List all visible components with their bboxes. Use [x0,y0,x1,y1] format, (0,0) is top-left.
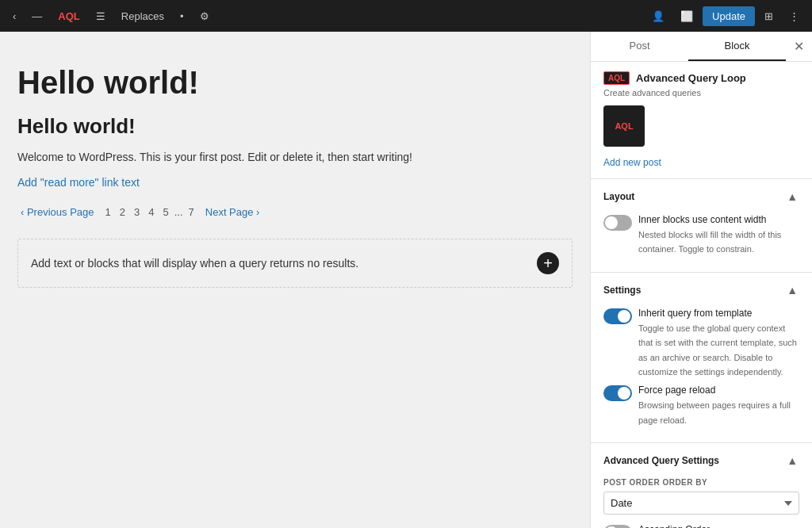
force-reload-toggle-row: Force page reload Browsing between pages… [603,385,799,427]
sidebar-tabs: Post Block ✕ [591,32,812,62]
page-7[interactable]: 7 [186,205,197,219]
layout-section-title: Layout [603,191,634,202]
screen-button[interactable]: ⬜ [674,7,699,25]
post-title: Hello world! [17,63,573,101]
aql-badge: AQL [603,71,630,85]
settings-section-header: Settings ▲ [603,282,799,298]
tool-button[interactable]: ⚙ [193,7,216,25]
page-4[interactable]: 4 [145,205,157,219]
advanced-section-header: Advanced Query Settings ▲ [603,453,799,469]
advanced-collapse-button[interactable]: ▲ [785,453,799,469]
advanced-section: Advanced Query Settings ▲ POST ORDER ORD… [591,443,812,528]
ascending-toggle[interactable] [603,525,632,528]
force-reload-toggle[interactable] [603,385,632,401]
avatar-button[interactable]: 👤 [645,7,671,25]
sidebar: Post Block ✕ AQL Advanced Query Loop Cre… [590,32,812,528]
editor-area: Hello world! Hello world! Welcome to Wor… [0,32,590,528]
editor-content: Hello world! Hello world! Welcome to Wor… [17,63,573,288]
advanced-section-title: Advanced Query Settings [603,455,719,466]
page-1[interactable]: 1 [102,205,114,219]
layout-section-header: Layout ▲ [603,189,799,205]
settings-section-title: Settings [603,285,641,296]
layout-section: Layout ▲ Inner blocks use content width … [591,179,812,273]
page-numbers: 1 2 3 4 5 ... 7 [102,205,197,219]
inner-blocks-label: Inner blocks use content width [638,214,799,225]
back-button[interactable]: ‹ [6,7,22,25]
aql-subtitle: Create advanced queries [603,88,799,98]
pagination: Previous Page 1 2 3 4 5 ... 7 Next Page [17,205,573,220]
dash-button[interactable]: — [25,7,48,25]
aql-icon-box: AQL [603,105,645,147]
prev-page-button[interactable]: Previous Page [17,205,98,220]
no-results-block: Add text or blocks that will display whe… [17,239,573,288]
inner-blocks-toggle[interactable] [603,215,632,231]
read-more-link[interactable]: Add "read more" link text [17,176,140,189]
sidebar-close-button[interactable]: ✕ [786,32,812,61]
page-ellipsis: ... [174,206,183,218]
post-link-title: Hello world! [17,114,573,139]
replaces-button[interactable]: Replaces [115,7,170,25]
page-5[interactable]: 5 [159,205,171,219]
main-container: Hello world! Hello world! Welcome to Wor… [0,32,812,528]
list-button[interactable]: ☰ [90,7,112,25]
tab-post[interactable]: Post [591,32,688,61]
post-order-select[interactable]: Date Title Author Modified Random [603,492,799,515]
page-3[interactable]: 3 [131,205,143,219]
aql-section: AQL Advanced Query Loop Create advanced … [591,62,812,179]
aql-header: AQL Advanced Query Loop [603,71,799,85]
inherit-query-label: Inherit query from template [638,308,799,319]
inherit-query-toggle[interactable] [603,308,632,324]
aql-title: Advanced Query Loop [636,72,746,84]
toolbar: ‹ — AQL ☰ Replaces • ⚙ 👤 ⬜ Update ⊞ ⋮ [0,0,812,32]
no-results-text: Add text or blocks that will display whe… [31,257,358,270]
ascending-label: Ascending Order [638,524,799,528]
grid-button[interactable]: ⊞ [758,7,779,25]
post-excerpt: Welcome to WordPress. This is your first… [17,148,573,166]
post-order-label: POST ORDER ORDER BY [603,478,799,487]
aql-icon-text: AQL [615,121,633,131]
layout-collapse-button[interactable]: ▲ [785,189,799,205]
next-page-button[interactable]: Next Page [202,205,263,220]
tab-block[interactable]: Block [688,32,786,61]
inherit-query-desc: Toggle to use the global query context t… [638,323,797,377]
settings-section: Settings ▲ Inherit query from template T… [591,273,812,443]
add-block-button[interactable]: + [537,252,559,274]
force-reload-label: Force page reload [638,385,799,396]
inner-blocks-desc: Nested blocks will fill the width of thi… [638,230,781,254]
ascending-toggle-row: Ascending Order [603,524,799,528]
update-button[interactable]: Update [703,6,755,26]
inherit-query-toggle-row: Inherit query from template Toggle to us… [603,308,799,379]
inner-blocks-toggle-row: Inner blocks use content width Nested bl… [603,214,799,256]
more-button[interactable]: ⋮ [783,7,806,25]
settings-collapse-button[interactable]: ▲ [785,282,799,298]
aql-toolbar-button[interactable]: AQL [52,7,86,25]
add-new-post-link[interactable]: Add new post [603,157,661,168]
force-reload-desc: Browsing between pages requires a full p… [638,400,791,424]
page-2[interactable]: 2 [117,205,128,219]
dot-button[interactable]: • [174,7,190,25]
